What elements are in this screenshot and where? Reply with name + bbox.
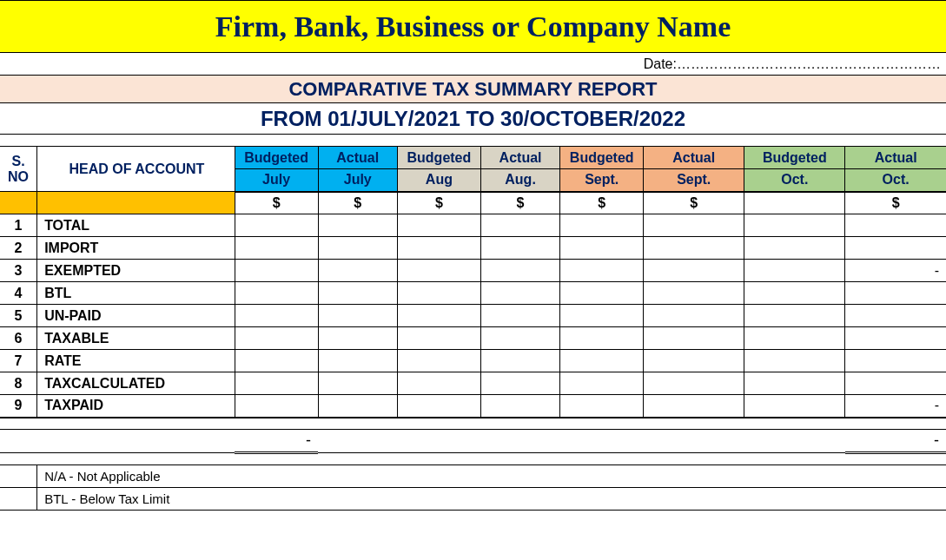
data-cell[interactable] — [235, 237, 318, 260]
data-cell[interactable] — [560, 237, 644, 260]
data-cell[interactable] — [397, 237, 480, 260]
data-cell[interactable] — [644, 372, 744, 395]
currency-cell[interactable] — [744, 192, 845, 214]
total-cell[interactable] — [480, 430, 559, 453]
total-cell[interactable]: - — [235, 430, 318, 453]
cell[interactable] — [0, 192, 37, 214]
cell[interactable] — [37, 192, 235, 214]
currency-cell[interactable]: $ — [235, 192, 318, 214]
data-cell[interactable] — [235, 395, 318, 418]
data-cell[interactable] — [235, 260, 318, 282]
data-cell[interactable] — [235, 305, 318, 327]
row-label[interactable]: EXEMPTED — [37, 260, 235, 282]
data-cell[interactable] — [845, 372, 946, 395]
data-cell[interactable] — [397, 260, 480, 282]
data-cell[interactable] — [397, 395, 480, 418]
data-cell[interactable] — [235, 214, 318, 237]
data-cell[interactable] — [744, 237, 845, 260]
data-cell[interactable] — [397, 372, 480, 395]
total-cell[interactable] — [397, 430, 480, 453]
data-cell[interactable] — [744, 305, 845, 327]
data-cell[interactable] — [318, 350, 397, 372]
data-cell[interactable] — [480, 350, 559, 372]
data-cell[interactable] — [235, 372, 318, 395]
data-cell[interactable] — [560, 260, 644, 282]
row-label[interactable]: BTL — [37, 282, 235, 305]
data-cell[interactable] — [235, 350, 318, 372]
row-sno[interactable]: 3 — [0, 260, 37, 282]
data-cell[interactable] — [318, 372, 397, 395]
data-cell[interactable] — [644, 237, 744, 260]
data-cell[interactable] — [480, 282, 559, 305]
data-cell[interactable] — [318, 327, 397, 350]
date-field[interactable]: Date:………………………………………………… — [644, 53, 946, 76]
data-cell[interactable] — [845, 350, 946, 372]
data-cell[interactable] — [644, 305, 744, 327]
data-cell[interactable] — [318, 237, 397, 260]
currency-cell[interactable]: $ — [560, 192, 644, 214]
row-label[interactable]: IMPORT — [37, 237, 235, 260]
data-cell[interactable] — [644, 260, 744, 282]
data-cell[interactable] — [744, 350, 845, 372]
data-cell[interactable] — [560, 395, 644, 418]
data-cell[interactable] — [318, 214, 397, 237]
data-cell[interactable] — [845, 282, 946, 305]
row-sno[interactable]: 9 — [0, 395, 37, 418]
data-cell[interactable] — [318, 260, 397, 282]
data-cell[interactable] — [397, 327, 480, 350]
data-cell[interactable] — [744, 282, 845, 305]
row-sno[interactable]: 4 — [0, 282, 37, 305]
data-cell[interactable] — [560, 372, 644, 395]
data-cell[interactable] — [845, 237, 946, 260]
data-cell[interactable] — [397, 305, 480, 327]
data-cell[interactable]: - — [845, 395, 946, 418]
total-cell[interactable] — [744, 430, 845, 453]
data-cell[interactable] — [560, 327, 644, 350]
data-cell[interactable] — [744, 260, 845, 282]
data-cell[interactable] — [480, 260, 559, 282]
data-cell[interactable] — [744, 395, 845, 418]
currency-cell[interactable]: $ — [480, 192, 559, 214]
currency-cell[interactable]: $ — [845, 192, 946, 214]
data-cell[interactable] — [560, 305, 644, 327]
total-cell[interactable]: - — [845, 430, 946, 453]
currency-cell[interactable]: $ — [397, 192, 480, 214]
currency-cell[interactable]: $ — [318, 192, 397, 214]
data-cell[interactable] — [560, 350, 644, 372]
data-cell[interactable] — [644, 350, 744, 372]
data-cell[interactable] — [318, 305, 397, 327]
data-cell[interactable] — [644, 327, 744, 350]
row-label[interactable]: TOTAL — [37, 214, 235, 237]
data-cell[interactable] — [744, 327, 845, 350]
total-cell[interactable] — [318, 430, 397, 453]
row-sno[interactable]: 6 — [0, 327, 37, 350]
data-cell[interactable] — [235, 327, 318, 350]
data-cell[interactable] — [744, 372, 845, 395]
data-cell[interactable] — [480, 237, 559, 260]
data-cell[interactable] — [480, 395, 559, 418]
data-cell[interactable] — [560, 214, 644, 237]
total-cell[interactable] — [644, 430, 744, 453]
data-cell[interactable] — [480, 327, 559, 350]
data-cell[interactable] — [644, 282, 744, 305]
data-cell[interactable] — [397, 350, 480, 372]
data-cell[interactable] — [480, 214, 559, 237]
row-label[interactable]: UN-PAID — [37, 305, 235, 327]
data-cell[interactable] — [560, 282, 644, 305]
data-cell[interactable] — [845, 214, 946, 237]
data-cell[interactable] — [480, 305, 559, 327]
data-cell[interactable] — [845, 305, 946, 327]
data-cell[interactable] — [644, 214, 744, 237]
data-cell[interactable] — [480, 372, 559, 395]
row-sno[interactable]: 2 — [0, 237, 37, 260]
data-cell[interactable] — [235, 282, 318, 305]
row-label[interactable]: TAXABLE — [37, 327, 235, 350]
data-cell[interactable] — [397, 282, 480, 305]
row-sno[interactable]: 1 — [0, 214, 37, 237]
data-cell[interactable] — [644, 395, 744, 418]
data-cell[interactable]: - — [845, 260, 946, 282]
row-sno[interactable]: 5 — [0, 305, 37, 327]
data-cell[interactable] — [845, 327, 946, 350]
row-sno[interactable]: 8 — [0, 372, 37, 395]
data-cell[interactable] — [318, 282, 397, 305]
